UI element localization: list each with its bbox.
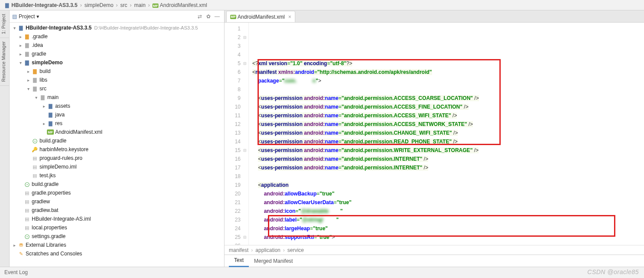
manifest-icon: MF bbox=[152, 3, 159, 8]
breadcrumb: ▇ HBuilder-Integrate-AS3.3.5 › simpleDem… bbox=[0, 0, 644, 10]
code-editor[interactable]: <?xml version="1.0" encoding="utf-8"?><m… bbox=[249, 23, 644, 245]
project-tool-window: ▤ Project ▾ ⇄ ✿ — ▾▇HBuilder-Integrate-A… bbox=[10, 10, 225, 267]
select-opened-icon[interactable]: ⇄ bbox=[195, 13, 204, 20]
editor-tabs: MF AndroidManifest.xml × bbox=[225, 10, 644, 23]
crumb-module[interactable]: simpleDemo bbox=[83, 2, 114, 8]
tree-root[interactable]: ▾▇HBuilder-Integrate-AS3.3.5D:\HBuilder-… bbox=[10, 23, 224, 32]
tree-item-file[interactable]: 🔑harbinMetro.keystore bbox=[10, 145, 224, 154]
tree-item[interactable]: ▸▇libs bbox=[10, 76, 224, 84]
tree-item-scratches[interactable]: ✎Scratches and Consoles bbox=[10, 249, 224, 258]
editor-bottom-tabs: Text Merged Manifest bbox=[225, 255, 644, 267]
event-log-button[interactable]: Event Log bbox=[4, 269, 28, 275]
tree-item[interactable]: ▸▇gradle bbox=[10, 50, 224, 58]
tree-item[interactable]: ▾▇src bbox=[10, 84, 224, 93]
tree-item-file[interactable]: ▤gradlew bbox=[10, 197, 224, 206]
line-gutter[interactable]: 12⊟345⊟6789101112131415⊟1617181920212223… bbox=[225, 23, 249, 245]
tab-merged-manifest[interactable]: Merged Manifest bbox=[249, 255, 298, 267]
tree-item-file[interactable]: ▤HBuilder-Integrate-AS.iml bbox=[10, 215, 224, 223]
crumb-folder[interactable]: main bbox=[133, 2, 146, 8]
chevron-right-icon: › bbox=[78, 2, 83, 8]
tree-item-file[interactable]: MFAndroidManifest.xml bbox=[10, 128, 224, 136]
hide-icon[interactable]: — bbox=[213, 13, 221, 20]
manifest-icon: MF bbox=[230, 15, 236, 19]
path-segment[interactable]: service bbox=[287, 247, 304, 253]
tree-item-file[interactable]: ▤simpleDemo.iml bbox=[10, 162, 224, 171]
tree-item-file[interactable]: ▤proguard-rules.pro bbox=[10, 154, 224, 162]
chevron-right-icon: › bbox=[146, 2, 152, 8]
tree-item[interactable]: ▾▇main bbox=[10, 93, 224, 102]
tree-item-file[interactable]: ▤gradlew.bat bbox=[10, 206, 224, 215]
tree-item-file[interactable]: ⨀settings.gradle bbox=[10, 232, 224, 241]
project-panel-header: ▤ Project ▾ ⇄ ✿ — bbox=[10, 10, 224, 23]
gear-icon[interactable]: ✿ bbox=[204, 13, 213, 20]
tree-item[interactable]: ▇java bbox=[10, 110, 224, 119]
chevron-right-icon: › bbox=[128, 2, 133, 8]
tree-item[interactable]: ▸▇.idea bbox=[10, 41, 224, 50]
editor-tab[interactable]: MF AndroidManifest.xml × bbox=[226, 11, 295, 22]
tree-item-file[interactable]: ▤test.jks bbox=[10, 171, 224, 180]
tree-item[interactable]: ▸▇res bbox=[10, 119, 224, 128]
tab-label: AndroidManifest.xml bbox=[238, 14, 285, 20]
close-icon[interactable]: × bbox=[288, 14, 291, 20]
project-tree[interactable]: ▾▇HBuilder-Integrate-AS3.3.5D:\HBuilder-… bbox=[10, 23, 224, 267]
chevron-right-icon: › bbox=[114, 2, 119, 8]
tool-window-tabs: 1: Project Resource Manager bbox=[0, 10, 10, 267]
tree-item-file[interactable]: ▤gradle.properties bbox=[10, 189, 224, 197]
tree-item-libraries[interactable]: ▸⛃External Libraries bbox=[10, 241, 224, 249]
sidebar-tab-resource-manager[interactable]: Resource Manager bbox=[0, 38, 9, 86]
status-bar: Event Log bbox=[0, 267, 644, 277]
tab-text[interactable]: Text bbox=[229, 255, 249, 267]
path-segment[interactable]: manifest bbox=[229, 247, 248, 253]
tree-item-module[interactable]: ▾▇simpleDemo bbox=[10, 58, 224, 67]
tree-item-file[interactable]: ▤local.properties bbox=[10, 223, 224, 232]
tree-item[interactable]: ▸▇assets bbox=[10, 102, 224, 110]
project-icon: ▤ bbox=[12, 13, 17, 20]
editor-area: MF AndroidManifest.xml × 12⊟345⊟67891011… bbox=[225, 10, 644, 267]
tree-item[interactable]: ▸▇.gradle bbox=[10, 32, 224, 41]
sidebar-tab-project[interactable]: 1: Project bbox=[0, 10, 9, 38]
xml-path-bar: manifest› application› service bbox=[225, 245, 644, 255]
crumb-folder[interactable]: src bbox=[119, 2, 128, 8]
tree-item-file[interactable]: ⨀build.gradle bbox=[10, 180, 224, 189]
tree-item[interactable]: ▸▇build bbox=[10, 67, 224, 76]
project-view-selector[interactable]: Project ▾ bbox=[19, 13, 39, 20]
crumb-file[interactable]: MFAndroidManifest.xml bbox=[152, 2, 208, 8]
path-segment[interactable]: application bbox=[255, 247, 280, 253]
tree-item-file[interactable]: ⨀build.gradle bbox=[10, 136, 224, 145]
crumb-project[interactable]: ▇ HBuilder-Integrate-AS3.3.5 bbox=[4, 2, 78, 8]
